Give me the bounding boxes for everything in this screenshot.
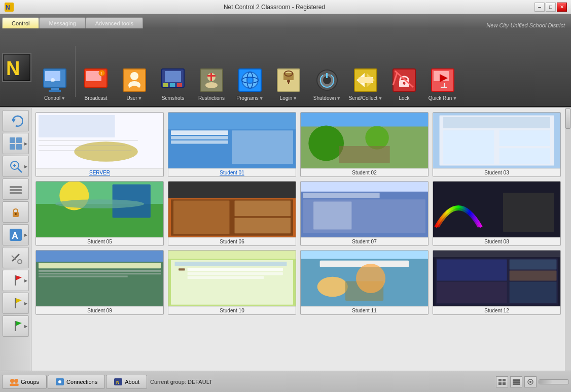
toolbar-programs[interactable]: Programs ▼ — [231, 41, 269, 102]
toolbar-quickrun[interactable]: Quick Run ▼ — [423, 41, 462, 102]
tab-control[interactable]: Control — [2, 17, 39, 28]
view-list-button[interactable] — [510, 376, 522, 387]
svg-point-161 — [14, 379, 18, 383]
control-label: Control — [44, 95, 60, 101]
quickrun-icon — [430, 67, 456, 93]
svg-rect-106 — [339, 146, 389, 163]
about-tab[interactable]: N About — [106, 375, 147, 389]
sidebar-flag-red-button[interactable]: ▶ — [3, 270, 29, 291]
sidebar-view1-button[interactable]: ▶ — [3, 133, 29, 154]
svg-rect-24 — [210, 73, 212, 81]
sidebar-lock-button[interactable] — [3, 201, 29, 223]
scroll-thumb[interactable] — [565, 109, 570, 129]
toolbar-login[interactable]: Login ▼ — [269, 41, 308, 102]
svg-rect-158 — [437, 282, 507, 303]
zoom-slider[interactable] — [539, 379, 569, 384]
sidebar-refresh-button[interactable] — [3, 110, 29, 131]
student-label-s01: Student 01 — [168, 168, 296, 176]
sidebar-text-button[interactable]: A ▶ — [3, 224, 29, 245]
connections-tab-label: Connections — [66, 379, 97, 385]
shutdown-label: Shutdown — [313, 95, 336, 101]
toolbar-lock[interactable]: Lock — [385, 41, 423, 102]
school-name: New City Unified School District — [486, 22, 569, 28]
toolbar-broadcast[interactable]: ! Broadcast — [77, 41, 115, 102]
student-tile-s05[interactable]: Student 05 — [35, 181, 164, 246]
svg-text:N: N — [116, 380, 120, 385]
view-grid-icon — [498, 378, 506, 385]
groups-tab[interactable]: Groups — [2, 375, 47, 389]
toolbar-sendcollect[interactable]: Send/Collect ▼ — [346, 41, 385, 102]
app-icon: N — [5, 3, 14, 12]
sidebar-tools-button[interactable] — [3, 247, 29, 268]
svg-rect-130 — [503, 193, 554, 232]
sidebar-flag-yellow-button[interactable]: ▶ — [3, 293, 29, 314]
restrictions-label: Restrictions — [198, 95, 225, 101]
student-tile-s12[interactable]: Student 12 — [433, 250, 561, 315]
view-grid-button[interactable] — [496, 376, 508, 387]
student-tile-s11[interactable]: Student 11 — [300, 250, 429, 315]
svg-point-8 — [51, 78, 55, 82]
toolbar-screenshots[interactable]: Scrnshots — [154, 41, 192, 102]
view-thumbnails-icon — [9, 136, 23, 151]
student-link-server[interactable]: SERVER — [89, 170, 110, 175]
student-tile-s09[interactable]: Student 09 — [35, 250, 164, 315]
sidebar-zoom-button[interactable]: ▶ — [3, 156, 29, 177]
student-tile-s10[interactable]: Student 10 — [168, 250, 296, 315]
scrollbar[interactable] — [565, 108, 571, 371]
tab-advanced-tools[interactable]: Advanced tools — [86, 17, 143, 28]
svg-marker-85 — [16, 275, 22, 280]
svg-rect-142 — [179, 268, 185, 270]
svg-rect-143 — [188, 268, 283, 271]
flag-green-icon — [9, 319, 23, 333]
svg-point-163 — [14, 383, 19, 386]
svg-marker-87 — [16, 298, 22, 303]
close-button[interactable]: ✕ — [557, 3, 567, 12]
svg-rect-91 — [39, 115, 115, 137]
student-label-s10: Student 10 — [168, 306, 296, 314]
svg-rect-132 — [36, 251, 163, 262]
toolbar-restrictions[interactable]: Restrictions — [192, 41, 231, 102]
tools-icon — [9, 251, 23, 265]
student-tile-s08[interactable]: Student 08 — [433, 181, 561, 246]
login-icon — [275, 67, 302, 93]
view-detail-button[interactable] — [524, 376, 537, 387]
text-arrow: ▶ — [24, 233, 27, 237]
sidebar-grid-button[interactable] — [3, 179, 29, 200]
connections-tab[interactable]: Connections — [48, 375, 105, 389]
tab-messaging[interactable]: Messaging — [39, 17, 85, 28]
student-tile-s02[interactable]: Student 02 — [300, 112, 429, 177]
svg-marker-65 — [12, 119, 16, 123]
toolbar-control[interactable]: Control ▼ — [35, 41, 74, 102]
svg-rect-74 — [10, 186, 22, 188]
flag-red-icon — [9, 273, 23, 288]
svg-rect-172 — [513, 379, 520, 381]
svg-point-160 — [10, 379, 14, 383]
toolbar-user[interactable]: User ▼ — [115, 41, 154, 102]
flag-red-arrow: ▶ — [24, 278, 27, 283]
title-bar: N Net Control 2 Classroom - Registered –… — [0, 0, 571, 14]
svg-rect-156 — [510, 260, 557, 270]
svg-rect-20 — [177, 83, 182, 87]
student-label-s07: Student 07 — [301, 237, 428, 245]
student-tile-s03[interactable]: Student 03 — [433, 112, 561, 177]
svg-rect-66 — [10, 137, 15, 143]
sendcollect-label: Send/Collect — [349, 95, 378, 101]
lock-icon — [391, 67, 417, 93]
svg-point-78 — [15, 213, 17, 215]
svg-rect-52 — [441, 87, 447, 88]
svg-text:N: N — [6, 4, 10, 11]
student-tile-s01[interactable]: Student 01 — [168, 112, 296, 177]
student-tile-s07[interactable]: Student 07 — [300, 181, 429, 246]
app-logo: N — [2, 53, 31, 82]
minimize-button[interactable]: – — [534, 3, 545, 12]
svg-rect-133 — [36, 262, 163, 306]
student-tile-server[interactable]: SERVER — [35, 112, 164, 177]
toolbar-shutdown[interactable]: Shutdown ▼ — [308, 41, 346, 102]
student-link-s01[interactable]: Student 01 — [220, 170, 244, 175]
sidebar-flag-green-button[interactable]: ▶ — [3, 315, 29, 337]
student-tile-s06[interactable]: Student 06 — [168, 181, 296, 246]
maximize-button[interactable]: □ — [546, 3, 556, 12]
svg-text:N: N — [6, 58, 20, 79]
zoom-arrow: ▶ — [24, 164, 27, 169]
shutdown-dropdown-icon: ▼ — [336, 96, 341, 101]
